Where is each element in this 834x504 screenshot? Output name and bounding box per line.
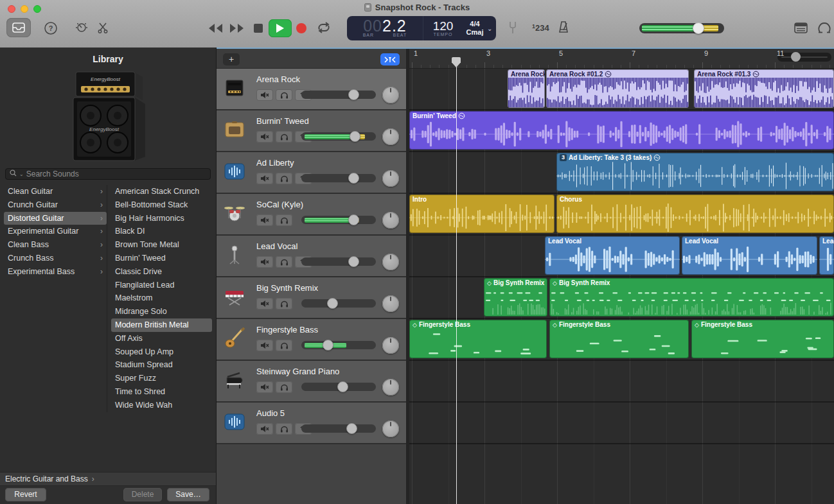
track-volume-slider[interactable]: [301, 132, 376, 141]
library-sound-item[interactable]: Time to Shred: [111, 385, 212, 399]
track-volume-slider[interactable]: [301, 174, 376, 182]
zoom-slider[interactable]: [777, 53, 831, 62]
track-volume-slider[interactable]: [301, 424, 376, 433]
region[interactable]: ◇Big Synth Remix: [549, 278, 834, 317]
library-category-item[interactable]: Experimental Bass›: [4, 265, 107, 279]
pan-knob[interactable]: [382, 212, 399, 229]
master-volume-knob[interactable]: [693, 22, 704, 34]
play-button[interactable]: [269, 19, 292, 37]
solo-button[interactable]: [276, 173, 292, 184]
library-sound-item[interactable]: Midrange Solo: [111, 305, 212, 318]
region[interactable]: Burnin' Tweed: [409, 111, 834, 150]
library-sound-item[interactable]: Off Axis: [111, 332, 212, 345]
volume-knob[interactable]: [348, 256, 359, 267]
track-header-row[interactable]: Big Synth Remix: [217, 277, 406, 319]
pan-knob[interactable]: [382, 254, 399, 270]
region[interactable]: Intro: [409, 195, 555, 233]
timeline-ruler[interactable]: 1357911: [409, 49, 834, 69]
master-volume-slider[interactable]: [639, 23, 724, 33]
solo-button[interactable]: [276, 89, 292, 101]
volume-knob[interactable]: [348, 89, 359, 100]
smart-controls-button[interactable]: [75, 21, 89, 35]
volume-knob[interactable]: [346, 423, 357, 434]
library-category-item[interactable]: Clean Bass›: [4, 238, 107, 252]
add-track-button[interactable]: +: [223, 53, 240, 65]
library-toggle-button[interactable]: [6, 18, 31, 37]
pan-knob[interactable]: [382, 337, 399, 354]
volume-knob[interactable]: [337, 381, 348, 392]
track-name[interactable]: Burnin' Tweed: [256, 116, 309, 126]
region[interactable]: Arena Rock #01.3: [694, 69, 834, 108]
region[interactable]: ◇Fingerstyle Bass: [691, 320, 834, 358]
pan-knob[interactable]: [382, 87, 399, 103]
timeline-lane[interactable]: [409, 403, 834, 444]
save-button[interactable]: Save…: [167, 488, 209, 501]
track-name[interactable]: Fingerstyle Bass: [256, 325, 318, 335]
timeline-lane[interactable]: Arena RockArena Rock #01.2Arena Rock #01…: [409, 69, 834, 110]
library-sound-item[interactable]: Wide Wide Wah: [111, 399, 212, 412]
track-name[interactable]: Big Synth Remix: [256, 283, 318, 293]
track-name[interactable]: SoCal (Kyle): [256, 200, 303, 209]
solo-button[interactable]: [276, 340, 292, 351]
track-name[interactable]: Ad Liberty: [256, 158, 294, 168]
region[interactable]: ◇Fingerstyle Bass: [409, 320, 547, 358]
timeline-lane[interactable]: Lead VocalLead VocalLead Vocal: [409, 236, 834, 277]
library-sound-item[interactable]: Burnin' Tweed: [111, 252, 212, 265]
timeline-lane[interactable]: [409, 361, 834, 403]
cycle-button[interactable]: [316, 21, 332, 34]
track-header-row[interactable]: Arena Rock: [217, 69, 406, 110]
library-sound-item[interactable]: Modern British Metal: [111, 318, 212, 332]
pan-knob[interactable]: [382, 170, 399, 187]
volume-knob[interactable]: [327, 298, 338, 309]
track-volume-slider[interactable]: [301, 91, 376, 99]
mute-button[interactable]: [256, 298, 273, 309]
record-button[interactable]: [296, 22, 307, 34]
track-volume-slider[interactable]: [301, 216, 376, 224]
track-volume-slider[interactable]: [301, 341, 376, 349]
region[interactable]: ◇Big Synth Remix: [484, 278, 547, 317]
library-sound-item[interactable]: Bell-Bottomed Stack: [111, 198, 212, 212]
solo-button[interactable]: [276, 256, 292, 268]
library-sound-item[interactable]: Black DI: [111, 225, 212, 238]
delete-button[interactable]: Delete: [123, 488, 162, 501]
timeline-lane[interactable]: Burnin' Tweed: [409, 110, 834, 152]
timeline-lanes[interactable]: Arena RockArena Rock #01.2Arena Rock #01…: [409, 69, 834, 504]
region[interactable]: Chorus: [556, 195, 834, 233]
search-scope-chevron-icon[interactable]: ⌄: [19, 171, 24, 177]
library-category-item[interactable]: Distorted Guitar›: [4, 212, 107, 225]
count-in-button[interactable]: 1234: [532, 23, 549, 33]
region[interactable]: Lead Vocal: [545, 236, 680, 275]
metronome-button[interactable]: [556, 20, 571, 34]
mute-button[interactable]: [256, 381, 273, 393]
region[interactable]: Lead Vocal: [682, 236, 817, 275]
forward-button[interactable]: [229, 22, 245, 34]
quick-help-button[interactable]: ?: [42, 20, 59, 37]
library-sound-item[interactable]: Classic Drive: [111, 265, 212, 279]
track-header-row[interactable]: Steinway Grand Piano: [217, 361, 406, 403]
library-sound-item[interactable]: Maelstrom: [111, 291, 212, 305]
library-sound-item[interactable]: Souped Up Amp: [111, 345, 212, 359]
notepad-button[interactable]: [794, 22, 808, 33]
pan-knob[interactable]: [382, 128, 399, 145]
solo-button[interactable]: [276, 381, 292, 393]
rewind-button[interactable]: [207, 22, 224, 34]
pan-knob[interactable]: [382, 421, 399, 437]
mute-button[interactable]: [256, 89, 273, 101]
region[interactable]: Lead Vocal: [819, 236, 834, 275]
track-volume-slider[interactable]: [301, 383, 376, 391]
library-sound-item[interactable]: Flangilated Lead: [111, 279, 212, 292]
track-header-row[interactable]: Fingerstyle Bass: [217, 319, 406, 361]
tuner-icon[interactable]: [506, 21, 519, 35]
timeline-lane[interactable]: IntroChorus: [409, 194, 834, 236]
track-header-row[interactable]: Audio 5: [217, 403, 406, 444]
zoom-slider-knob[interactable]: [791, 52, 801, 62]
region[interactable]: 3Ad Liberty: Take 3 (3 takes): [556, 153, 834, 191]
revert-button[interactable]: Revert: [5, 488, 46, 501]
pan-knob[interactable]: [382, 379, 399, 395]
solo-button[interactable]: [276, 131, 292, 143]
stop-button[interactable]: [253, 23, 263, 33]
region[interactable]: Arena Rock #01.2: [546, 69, 689, 108]
timeline-lane[interactable]: ◇Fingerstyle Bass◇Fingerstyle Bass◇Finge…: [409, 319, 834, 361]
library-category-item[interactable]: Clean Guitar›: [4, 185, 107, 198]
region[interactable]: Arena Rock: [508, 69, 545, 108]
